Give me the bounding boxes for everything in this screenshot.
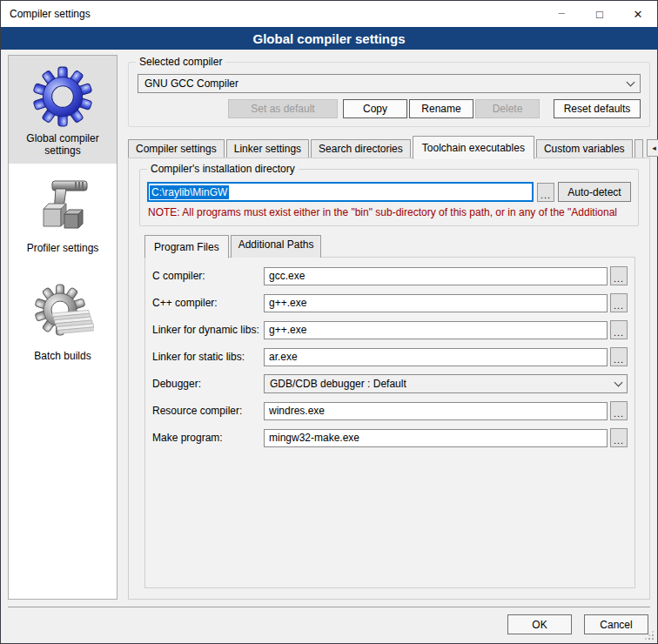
minimize-icon: – — [558, 6, 564, 19]
caliper-icon — [30, 172, 96, 238]
make-program-browse-button[interactable]: ... — [610, 428, 628, 447]
reset-defaults-button[interactable]: Reset defaults — [554, 99, 641, 118]
installation-directory-group: Compiler's installation directory C:\ray… — [139, 169, 639, 226]
chevron-down-icon — [614, 378, 623, 386]
program-files-panel: C compiler: ... C++ compiler: ... Linker… — [144, 257, 635, 588]
dialog-footer: OK Cancel — [1, 607, 657, 643]
sidebar-item-profiler-settings[interactable]: Profiler settings — [9, 165, 117, 261]
maximize-button[interactable]: □ — [581, 1, 619, 27]
dialog-header-title: Global compiler settings — [252, 31, 405, 46]
minimize-button[interactable]: – — [542, 1, 581, 27]
make-program-input[interactable] — [264, 429, 608, 447]
sidebar-item-batch-builds[interactable]: Batch builds — [9, 273, 117, 369]
tab-build-options[interactable]: Build options — [634, 139, 643, 158]
subtab-additional-paths[interactable]: Additional Paths — [231, 235, 322, 258]
tab-compiler-settings[interactable]: Compiler settings — [128, 139, 225, 158]
footer-separator — [8, 607, 650, 607]
sidebar-item-label: Batch builds — [34, 350, 91, 362]
c-compiler-row: C compiler: ... — [152, 266, 628, 285]
c-compiler-browse-button[interactable]: ... — [610, 266, 628, 285]
tab-search-directories[interactable]: Search directories — [311, 139, 411, 158]
compiler-select-value: GNU GCC Compiler — [144, 77, 238, 90]
selected-compiler-group-label: Selected compiler — [136, 56, 225, 68]
dynamic-linker-browse-button[interactable]: ... — [610, 320, 628, 339]
title-bar: Compiler settings – □ ✕ — [1, 1, 657, 27]
close-button[interactable]: ✕ — [619, 1, 657, 27]
static-linker-label: Linker for static libs: — [152, 351, 264, 363]
c-compiler-label: C compiler: — [152, 270, 264, 282]
dynamic-linker-label: Linker for dynamic libs: — [152, 324, 264, 336]
blue-gear-icon — [30, 63, 96, 129]
main-panel: Selected compiler GNU GCC Compiler Set a… — [128, 55, 650, 600]
dynamic-linker-row: Linker for dynamic libs: ... — [152, 320, 628, 339]
installation-directory-row: C:\raylib\MinGW ... Auto-detect — [147, 182, 631, 202]
install-dir-input[interactable]: C:\raylib\MinGW — [147, 182, 534, 202]
compiler-buttons-row: Set as default Copy Rename Delete Reset … — [138, 99, 641, 118]
static-linker-browse-button[interactable]: ... — [610, 347, 628, 366]
window-title: Compiler settings — [1, 1, 542, 27]
debugger-select-value: GDB/CDB debugger : Default — [270, 378, 406, 390]
resource-compiler-label: Resource compiler: — [152, 405, 264, 417]
dialog-body: Global compiler settings — [1, 50, 657, 607]
cpp-compiler-label: C++ compiler: — [152, 297, 264, 309]
resize-grip[interactable] — [652, 638, 654, 640]
static-linker-input[interactable] — [264, 348, 608, 366]
dialog-header: Global compiler settings — [1, 27, 657, 50]
debugger-label: Debugger: — [152, 378, 264, 390]
subtab-program-files[interactable]: Program Files — [144, 235, 229, 258]
executables-subtabs: Program Files Additional Paths — [144, 235, 641, 258]
tab-scroll-buttons: ◂ ▸ — [647, 139, 658, 157]
install-dir-browse-button[interactable]: ... — [537, 183, 554, 202]
chevron-down-icon — [627, 77, 635, 86]
compiler-settings-window: Compiler settings – □ ✕ Global compiler … — [0, 0, 658, 644]
static-linker-row: Linker for static libs: ... — [152, 347, 628, 366]
delete-button: Delete — [475, 99, 540, 118]
ok-button[interactable]: OK — [507, 614, 572, 634]
cpp-compiler-row: C++ compiler: ... — [152, 293, 628, 312]
debugger-select[interactable]: GDB/CDB debugger : Default — [264, 374, 628, 393]
c-compiler-input[interactable] — [264, 267, 608, 285]
maximize-icon: □ — [596, 8, 603, 21]
dynamic-linker-input[interactable] — [264, 321, 608, 339]
cpp-compiler-browse-button[interactable]: ... — [610, 293, 628, 312]
resource-compiler-input[interactable] — [264, 402, 608, 420]
bin-subdirectory-note: NOTE: All programs must exist either in … — [148, 206, 631, 218]
make-program-row: Make program: ... — [152, 428, 628, 447]
settings-tabstrip: Compiler settings Linker settings Search… — [128, 136, 650, 158]
rename-button[interactable]: Rename — [409, 99, 473, 118]
tab-scroll-left-button[interactable]: ◂ — [647, 139, 658, 157]
close-icon: ✕ — [634, 8, 643, 21]
copy-button[interactable]: Copy — [343, 99, 407, 118]
debugger-row: Debugger: GDB/CDB debugger : Default — [152, 374, 628, 393]
settings-sidebar: Global compiler settings — [8, 55, 118, 600]
toolchain-executables-panel: Compiler's installation directory C:\ray… — [128, 158, 650, 600]
auto-detect-button[interactable]: Auto-detect — [558, 182, 631, 202]
installation-directory-group-label: Compiler's installation directory — [147, 163, 299, 175]
cancel-button[interactable]: Cancel — [584, 614, 648, 634]
tab-custom-variables[interactable]: Custom variables — [536, 139, 633, 158]
make-program-label: Make program: — [152, 432, 264, 444]
resource-compiler-browse-button[interactable]: ... — [610, 401, 628, 420]
resource-compiler-row: Resource compiler: ... — [152, 401, 628, 420]
selected-compiler-group: Selected compiler GNU GCC Compiler Set a… — [128, 62, 650, 127]
sidebar-item-label: Profiler settings — [27, 242, 99, 254]
sidebar-item-global-compiler-settings[interactable]: Global compiler settings — [9, 56, 117, 164]
tab-toolchain-executables[interactable]: Toolchain executables — [413, 136, 534, 159]
set-as-default-button: Set as default — [228, 99, 338, 118]
compiler-select[interactable]: GNU GCC Compiler — [138, 74, 641, 93]
arrow-left-icon: ◂ — [652, 144, 656, 152]
cpp-compiler-input[interactable] — [264, 294, 608, 312]
sidebar-item-label: Global compiler settings — [10, 132, 115, 157]
install-dir-selected-text: C:\raylib\MinGW — [150, 185, 229, 199]
tab-linker-settings[interactable]: Linker settings — [226, 139, 309, 158]
gray-gear-stack-icon — [30, 280, 96, 346]
